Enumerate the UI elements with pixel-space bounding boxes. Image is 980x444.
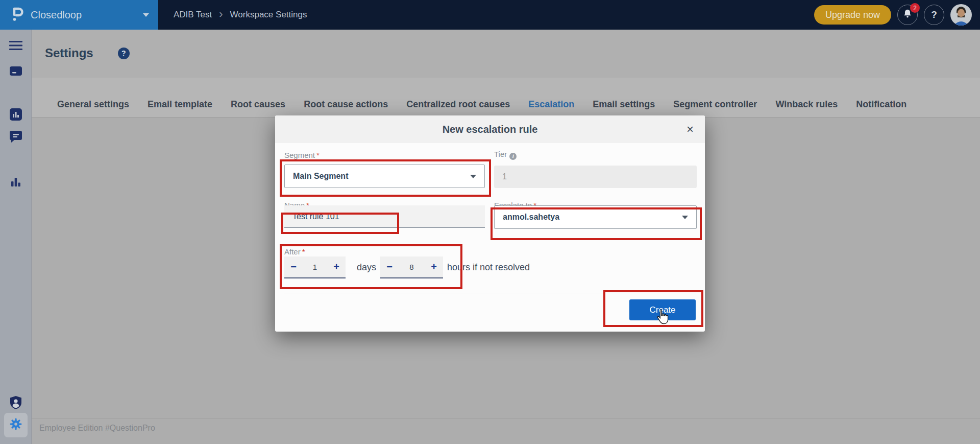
left-sidebar [0,30,32,444]
hours-decrement-button[interactable]: − [380,256,399,277]
required-asterisk: * [316,151,320,159]
hours-value[interactable]: 8 [399,263,425,271]
hours-increment-button[interactable]: + [425,256,443,277]
tab-winback-rules[interactable]: Winback rules [775,99,838,117]
dashboard-chart-icon [10,108,22,123]
after-label: After* [284,247,305,256]
navbar-actions: Upgrade now 2 ? [814,4,980,26]
sidebar-item-dashboard[interactable] [0,108,32,123]
hours-stepper: − 8 + [380,256,443,278]
chevron-right-icon: › [219,9,223,21]
chevron-down-icon [470,175,476,178]
tab-email-template[interactable]: Email template [148,99,212,117]
settings-tabs-bar: General settings Email template Root cau… [32,78,980,118]
workspace-switcher[interactable]: Closedloop [0,0,158,30]
brand-name: Closedloop [31,9,143,21]
tier-input[interactable] [494,166,697,188]
hours-suffix-label: hours if not resolved [447,256,530,278]
days-stepper: − 1 + [284,256,346,278]
sidebar-item-admin[interactable] [0,396,32,411]
tab-email-settings[interactable]: Email settings [593,99,655,117]
chevron-down-icon [143,13,149,17]
breadcrumb: ADIB Test › Workspace Settings [174,9,307,21]
segment-select-value: Main Segment [293,172,470,181]
user-avatar[interactable] [950,4,972,26]
modal-title: New escalation rule [275,115,705,143]
required-asterisk: * [302,247,305,256]
sidebar-item-analytics[interactable] [0,175,32,190]
help-button[interactable]: ? [924,5,944,25]
breadcrumb-page[interactable]: Workspace Settings [230,10,307,20]
tab-escalation[interactable]: Escalation [528,99,574,117]
days-value[interactable]: 1 [303,263,327,271]
question-mark-icon: ? [931,9,937,20]
escalate-to-select[interactable]: anmol.sahetya [494,205,697,229]
gear-icon [9,417,22,433]
chat-icon [10,131,22,145]
chevron-down-icon [682,216,688,219]
rule-name-input[interactable] [284,205,485,228]
segment-label: Segment* [284,151,320,159]
hamburger-icon [9,40,22,53]
tier-label: Tieri [494,150,517,160]
footer-bar: Employee Edition #QuestionPro [32,418,980,444]
escalate-to-select-value: anmol.sahetya [503,213,682,222]
notifications-button[interactable]: 2 [897,5,918,25]
questionpro-logo-icon [11,6,24,24]
card-icon [10,66,22,78]
edition-label: Employee Edition #QuestionPro [39,424,155,432]
upgrade-now-button[interactable]: Upgrade now [814,5,891,25]
top-navbar: Closedloop ADIB Test › Workspace Setting… [0,0,980,30]
notification-count-badge: 2 [910,3,920,13]
segment-select[interactable]: Main Segment [284,165,485,188]
tab-root-causes[interactable]: Root causes [231,99,285,117]
days-decrement-button[interactable]: − [284,256,303,277]
info-icon: i [509,153,517,160]
sidebar-item-feedback[interactable] [0,130,32,145]
menu-button[interactable] [0,39,32,54]
page-title: Settings [45,46,93,60]
tab-general-settings[interactable]: General settings [57,99,129,117]
days-unit-label: days [357,256,376,278]
bar-chart-icon [10,176,21,189]
close-icon[interactable]: × [687,115,694,143]
settings-help-button[interactable]: ? [118,48,130,59]
sidebar-item-responses[interactable] [0,64,32,80]
modal-footer-divider [284,293,696,293]
new-escalation-rule-modal: New escalation rule × Segment* Main Segm… [275,115,705,332]
tab-centralized-root-causes[interactable]: Centralized root causes [406,99,510,117]
breadcrumb-workspace[interactable]: ADIB Test [174,10,212,20]
tab-root-cause-actions[interactable]: Root cause actions [304,99,388,117]
tab-segment-controller[interactable]: Segment controller [673,99,757,117]
shield-person-icon [10,396,22,411]
days-increment-button[interactable]: + [327,256,346,277]
modal-header: New escalation rule × [275,115,705,143]
tab-notification[interactable]: Notification [856,99,906,117]
create-button[interactable]: Create [629,299,696,320]
sidebar-item-settings[interactable] [4,413,28,437]
